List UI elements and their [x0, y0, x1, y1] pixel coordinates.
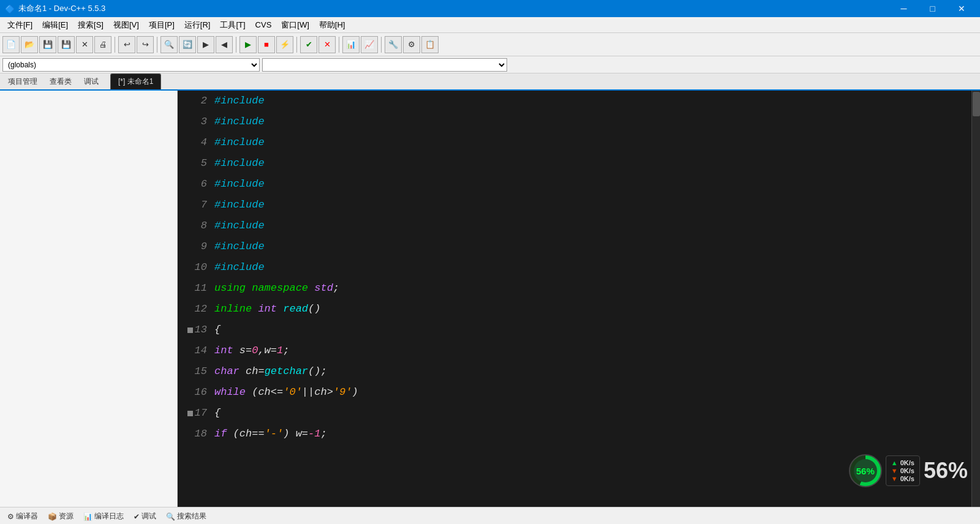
- code-line-6: 6#include: [178, 174, 971, 195]
- code-text-7: #include: [214, 195, 265, 215]
- menu-item-e[interactable]: 编辑[E]: [37, 18, 73, 32]
- toolbar-separator-6: [381, 37, 382, 53]
- line-number-2: 2: [178, 91, 214, 111]
- dropdown-bar: (globals): [0, 56, 980, 73]
- line-number-17: 17: [178, 403, 214, 424]
- line-number-5: 5: [178, 153, 214, 174]
- stat-row-2: ▼ 0K/s: [891, 467, 914, 474]
- close-file-button[interactable]: ✕: [76, 36, 93, 53]
- compile-log-tab[interactable]: 📊 编译日志: [80, 510, 127, 523]
- code-line-9: 9#include: [178, 236, 971, 257]
- code-line-5: 5#include: [178, 153, 971, 174]
- compiler-tab[interactable]: ⚙ 编译器: [4, 510, 42, 523]
- code-text-5: #include: [214, 153, 265, 174]
- compile-button[interactable]: ▶: [239, 36, 257, 53]
- code-line-11: 11using namespace std;: [178, 278, 971, 299]
- menu-item-t[interactable]: 工具[T]: [215, 18, 250, 32]
- redo-button[interactable]: ↪: [137, 36, 154, 53]
- code-text-10: #include: [214, 257, 265, 278]
- menu-item-r[interactable]: 运行[R]: [179, 18, 216, 32]
- menu-item-v[interactable]: 视图[V]: [108, 18, 144, 32]
- line-number-10: 10: [178, 257, 214, 278]
- scrollbar-thumb[interactable]: [973, 92, 980, 116]
- code-text-11: using namespace std;: [214, 278, 339, 299]
- checkbox-button[interactable]: ✔: [300, 36, 317, 53]
- tab-debug[interactable]: 调试: [78, 74, 104, 89]
- open-button[interactable]: 📂: [21, 36, 38, 53]
- undo-button[interactable]: ↩: [118, 36, 135, 53]
- save-all-button[interactable]: 💾: [58, 36, 75, 53]
- debug3-button[interactable]: 📋: [421, 36, 439, 53]
- line-number-9: 9: [178, 236, 214, 257]
- tab-project-manager[interactable]: 项目管理: [2, 74, 43, 89]
- replace-button[interactable]: 🔄: [179, 36, 196, 53]
- code-line-15: 15 char ch=getchar();: [178, 361, 971, 382]
- menu-item-cvs[interactable]: CVS: [251, 19, 277, 31]
- code-text-12: inline int read(): [214, 299, 320, 320]
- line-number-11: 11: [178, 278, 214, 299]
- code-line-7: 7#include: [178, 195, 971, 215]
- search-results-icon: 🔍: [166, 512, 175, 521]
- line-number-3: 3: [178, 111, 214, 132]
- print-button[interactable]: 🖨: [94, 36, 111, 53]
- resources-tab[interactable]: 📦 资源: [44, 510, 77, 523]
- close-button[interactable]: ✕: [948, 0, 975, 17]
- maximize-button[interactable]: □: [919, 0, 946, 17]
- debug2-button[interactable]: ⚙: [403, 36, 420, 53]
- line-number-14: 14: [178, 340, 214, 361]
- code-line-8: 8#include: [178, 215, 971, 236]
- debug-icon: ✔: [134, 512, 140, 521]
- debug1-button[interactable]: 🔧: [385, 36, 402, 53]
- run-button[interactable]: ⚡: [276, 36, 293, 53]
- indent-button[interactable]: ▶: [197, 36, 214, 53]
- search-button[interactable]: 🔍: [160, 36, 178, 53]
- menu-item-h[interactable]: 帮助[H]: [314, 18, 350, 32]
- app-icon: 🔷: [5, 4, 15, 13]
- code-text-18: if (ch=='-') w=-1;: [214, 424, 327, 444]
- title-bar-controls: ─ □ ✕: [890, 0, 975, 17]
- stat-row-3: ▼ 0K/s: [891, 475, 914, 482]
- left-panel: [0, 91, 178, 507]
- vertical-scrollbar[interactable]: [971, 91, 980, 507]
- new-button[interactable]: 📄: [2, 36, 20, 53]
- line-number-18: 18: [178, 424, 214, 444]
- globals-dropdown[interactable]: (globals): [2, 58, 260, 72]
- line-number-8: 8: [178, 215, 214, 236]
- file-tab[interactable]: [*] 未命名1: [110, 73, 161, 89]
- menu-item-s[interactable]: 搜索[S]: [73, 18, 108, 32]
- menu-item-f[interactable]: 文件[F]: [2, 18, 37, 32]
- fold-marker-17[interactable]: [187, 411, 193, 416]
- bottom-toolbar: ⚙ 编译器 📦 资源 📊 编译日志 ✔ 调试 🔍 搜索结果: [0, 507, 980, 524]
- chart-button[interactable]: 📊: [342, 36, 360, 53]
- x-button[interactable]: ✕: [318, 36, 336, 53]
- function-dropdown[interactable]: [262, 58, 507, 72]
- title-bar-left: 🔷 未命名1 - Dev-C++ 5.5.3: [5, 3, 105, 14]
- debug-tab[interactable]: ✔ 调试: [130, 510, 160, 523]
- main-area: 2#include 3#include 4#include 5#include …: [0, 91, 980, 507]
- chart2-button[interactable]: 📈: [361, 36, 378, 53]
- menu-item-w[interactable]: 窗口[W]: [276, 18, 314, 32]
- compiler-icon: ⚙: [7, 512, 14, 521]
- code-line-16: 16 while (ch<='0'||ch>'9'): [178, 382, 971, 403]
- code-area[interactable]: 2#include 3#include 4#include 5#include …: [178, 91, 980, 507]
- menu-item-p[interactable]: 项目[P]: [144, 18, 179, 32]
- code-lines: 2#include 3#include 4#include 5#include …: [178, 91, 971, 507]
- code-text-6: #include: [214, 174, 265, 195]
- search-results-label: 搜索结果: [177, 511, 206, 522]
- toolbar-separator-1: [115, 37, 115, 53]
- resources-label: 资源: [59, 511, 74, 522]
- search-results-tab[interactable]: 🔍 搜索结果: [162, 510, 210, 523]
- code-line-18: 18 if (ch=='-') w=-1;: [178, 424, 971, 444]
- minimize-button[interactable]: ─: [890, 0, 918, 17]
- line-number-15: 15: [178, 361, 214, 382]
- save-button[interactable]: 💾: [39, 36, 56, 53]
- fold-marker-13[interactable]: [187, 328, 193, 333]
- code-line-2: 2#include: [178, 91, 971, 111]
- stop-button[interactable]: ■: [258, 36, 275, 53]
- code-text-16: while (ch<='0'||ch>'9'): [214, 382, 358, 403]
- code-line-3: 3#include: [178, 111, 971, 132]
- code-line-12: 12inline int read(): [178, 299, 971, 320]
- code-line-4: 4#include: [178, 132, 971, 153]
- unindent-button[interactable]: ◀: [216, 36, 233, 53]
- tab-class-view[interactable]: 查看类: [44, 74, 77, 89]
